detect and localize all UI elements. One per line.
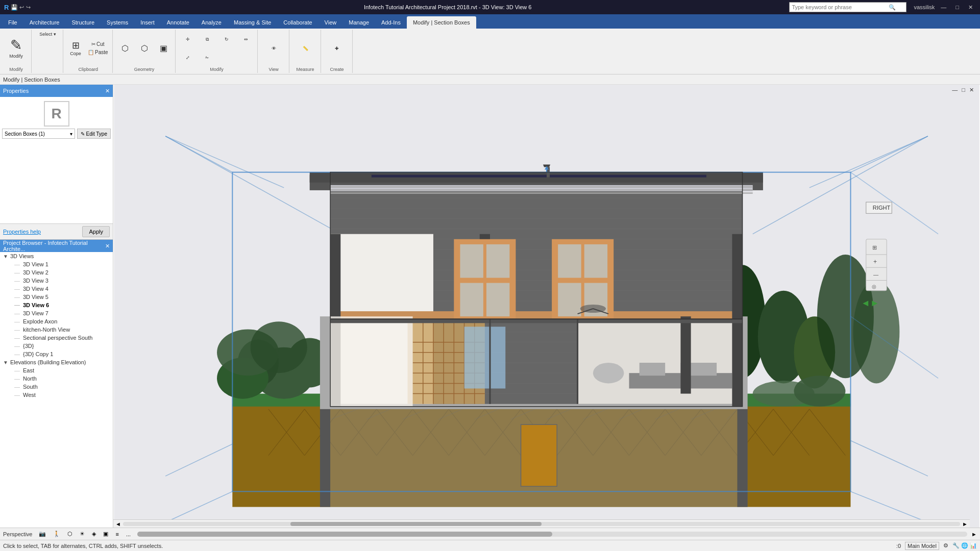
- detail-level[interactable]: ≡: [113, 530, 121, 538]
- tab-structure[interactable]: Structure: [65, 16, 101, 29]
- browser-elevations-group[interactable]: ▼ Elevations (Building Elevation): [0, 358, 113, 366]
- logo-letter: R: [51, 106, 61, 122]
- visual-style[interactable]: ▣: [101, 530, 111, 538]
- browser-item-3dview7[interactable]: — 3D View 7: [0, 309, 113, 317]
- tab-collaborate[interactable]: Collaborate: [277, 16, 318, 29]
- ribbon-group-modify-tools: ✛ ⧉ ↻ ⇔ ⤢ ✁ Modify: [177, 30, 258, 73]
- tab-analyze[interactable]: Analyze: [195, 16, 228, 29]
- browser-item-3d-copy1[interactable]: — {3D} Copy 1: [0, 350, 113, 358]
- maximize-button[interactable]: □: [952, 4, 962, 10]
- tab-insert[interactable]: Insert: [134, 16, 161, 29]
- scroll-track[interactable]: [123, 522, 960, 526]
- modify-button[interactable]: ✎ Modify: [7, 37, 26, 60]
- browser-item-3dview4[interactable]: — 3D View 4: [0, 285, 113, 293]
- view-scroll-thumb[interactable]: [137, 532, 552, 537]
- title-bar: R 💾 ↩ ↪ Infotech Tutorial Architectural …: [0, 0, 980, 14]
- tab-massing[interactable]: Massing & Site: [228, 16, 277, 29]
- scroll-arrow-right[interactable]: ►: [971, 531, 977, 537]
- geometry-group-label: Geometry: [134, 66, 155, 72]
- search-icon[interactable]: 🔍: [889, 4, 896, 11]
- status-settings[interactable]: ⚙: [943, 542, 948, 549]
- apply-button[interactable]: Apply: [82, 226, 110, 237]
- ribbon-group-measure: 📏 Measure: [290, 30, 321, 73]
- h-scrollbar[interactable]: ◄ ►: [113, 519, 970, 528]
- tree-line: —: [14, 392, 20, 398]
- browser-item-south[interactable]: — South: [0, 383, 113, 391]
- copy-icon: ⧉: [206, 37, 209, 42]
- mirror-icon: ⇔: [244, 37, 248, 42]
- browser-item-3d[interactable]: — {3D}: [0, 342, 113, 350]
- search-input[interactable]: [792, 4, 889, 10]
- viewport-maximize[interactable]: □: [962, 87, 965, 93]
- viewport[interactable]: — □ ✕: [113, 85, 980, 528]
- move-button[interactable]: ✛: [179, 36, 197, 43]
- geo-icon-1: ⬡: [121, 43, 129, 53]
- tab-architecture[interactable]: Architecture: [23, 16, 66, 29]
- view-scroll-track[interactable]: [137, 532, 967, 537]
- mirror-button[interactable]: ⇔: [237, 36, 255, 43]
- scroll-right[interactable]: ►: [960, 521, 970, 527]
- tree-line: —: [14, 335, 20, 341]
- revit-logo: R: [44, 101, 69, 127]
- walk-button[interactable]: 🚶: [51, 530, 63, 538]
- tab-systems[interactable]: Systems: [101, 16, 134, 29]
- scroll-left[interactable]: ◄: [113, 521, 123, 527]
- browser-item-explode-axon[interactable]: — Explode Axon: [0, 317, 113, 325]
- minimize-button[interactable]: —: [938, 4, 949, 10]
- tab-modify-section-boxes[interactable]: Modify | Section Boxes: [407, 16, 476, 29]
- geometry-btn-3[interactable]: ▣: [155, 42, 173, 54]
- svg-rect-133: [330, 319, 742, 323]
- rotate-icon: ↻: [225, 37, 229, 42]
- viewport-close[interactable]: ✕: [969, 87, 974, 93]
- 3d-button[interactable]: ⬡: [65, 530, 75, 538]
- camera-button[interactable]: 📷: [36, 530, 48, 538]
- browser-item-3dview1[interactable]: — 3D View 1: [0, 260, 113, 268]
- tab-file[interactable]: File: [2, 16, 23, 29]
- tab-annotate[interactable]: Annotate: [161, 16, 195, 29]
- sun-button[interactable]: ☀: [77, 530, 87, 538]
- browser-item-kitchen-north[interactable]: — kitchen-North View: [0, 325, 113, 334]
- scroll-thumb[interactable]: [290, 522, 542, 526]
- browser-item-3dview3[interactable]: — 3D View 3: [0, 277, 113, 285]
- paste-button[interactable]: 📋Paste: [86, 48, 110, 56]
- browser-item-north[interactable]: — North: [0, 374, 113, 383]
- browser-item-3dview6[interactable]: — 3D View 6: [0, 301, 113, 309]
- viewport-minimize[interactable]: —: [952, 87, 958, 93]
- tab-addins[interactable]: Add-Ins: [375, 16, 407, 29]
- group-label: 3D Views: [10, 253, 34, 259]
- scale-button[interactable]: ⤢: [179, 54, 197, 61]
- more-options[interactable]: ...: [124, 530, 133, 538]
- search-box[interactable]: 🔍: [789, 2, 906, 12]
- type-selector-dropdown[interactable]: Section Boxes (1) ▾: [2, 129, 75, 139]
- measure-btn[interactable]: 📏: [296, 45, 314, 52]
- browser-item-3dview2[interactable]: — 3D View 2: [0, 268, 113, 277]
- tab-view[interactable]: View: [318, 16, 343, 29]
- geometry-btn-2[interactable]: ⬡: [135, 42, 154, 54]
- edit-type-button[interactable]: ✎ Edit Type: [77, 129, 111, 139]
- properties-help-link[interactable]: Properties help: [3, 229, 41, 235]
- window-title: Infotech Tutorial Architectural Project …: [106, 4, 789, 10]
- close-button[interactable]: ✕: [965, 4, 976, 11]
- properties-close-icon[interactable]: ✕: [105, 88, 110, 94]
- render-button[interactable]: ◈: [89, 530, 99, 538]
- tab-manage[interactable]: Manage: [342, 16, 375, 29]
- cut-button[interactable]: ✂Cut: [86, 40, 110, 48]
- browser-item-east[interactable]: — East: [0, 366, 113, 374]
- copy-button[interactable]: ⧉: [198, 36, 216, 43]
- browser-item-sectional[interactable]: — Sectional perspective South: [0, 334, 113, 342]
- view-btn[interactable]: 👁: [264, 45, 283, 52]
- browser-3dviews-group[interactable]: ▼ 3D Views: [0, 252, 113, 260]
- trim-button[interactable]: ✁: [198, 54, 216, 61]
- cope-button[interactable]: ⊞ Cope: [66, 40, 85, 57]
- model-name[interactable]: Main Model: [905, 542, 939, 550]
- select-button[interactable]: Select ▾: [37, 31, 58, 38]
- svg-rect-124: [486, 283, 509, 317]
- rotate-button[interactable]: ↻: [217, 36, 236, 43]
- svg-rect-139: [330, 192, 753, 194]
- browser-item-3dview5[interactable]: — 3D View 5: [0, 293, 113, 301]
- browser-item-west[interactable]: — West: [0, 391, 113, 399]
- create-btn[interactable]: ✚: [328, 45, 346, 52]
- svg-rect-122: [460, 283, 483, 317]
- geometry-btn-1[interactable]: ⬡: [116, 42, 134, 54]
- browser-close-icon[interactable]: ✕: [105, 243, 110, 249]
